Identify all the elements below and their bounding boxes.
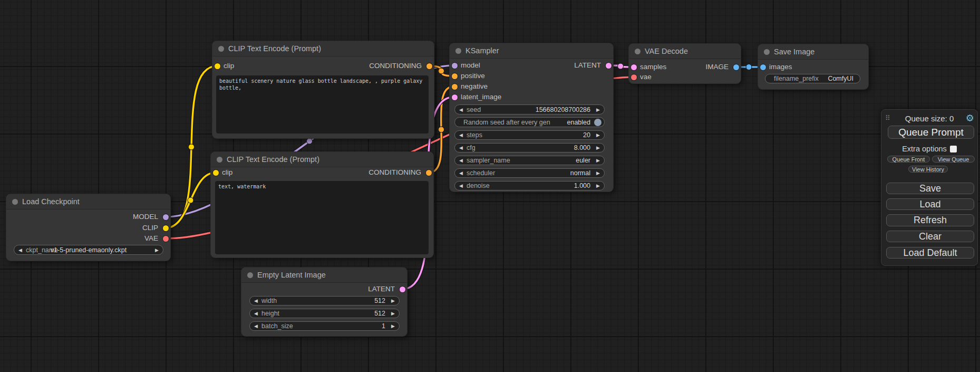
decrement-arrow-icon[interactable]: ◀ xyxy=(254,309,258,318)
toggle-indicator-icon[interactable] xyxy=(594,119,601,126)
decrement-arrow-icon[interactable]: ◀ xyxy=(254,322,258,330)
node-save-image[interactable]: Save Imageimagesfilename_prefixComfyUI xyxy=(758,44,868,89)
widget-batch_size[interactable]: ◀▶batch_size1 xyxy=(249,321,400,331)
widget-cfg[interactable]: ◀▶cfg8.000 xyxy=(454,143,605,152)
input-port-latent_image[interactable] xyxy=(452,94,458,100)
node-clip-text-encode-negative[interactable]: CLIP Text Encode (Prompt)clipCONDITIONIN… xyxy=(211,152,433,257)
widget-filename_prefix[interactable]: filename_prefixComfyUI xyxy=(765,74,860,83)
input-port-positive[interactable] xyxy=(452,73,458,79)
output-port-CONDITIONING[interactable] xyxy=(426,170,432,176)
link-center-dot-clip-to-negative-encode[interactable] xyxy=(188,197,193,203)
widget-seed[interactable]: ◀▶seed156680208700286 xyxy=(454,104,605,115)
input-port-clip[interactable] xyxy=(215,63,220,69)
input-port-label-clip: clip xyxy=(224,62,234,70)
link-center-dot-latent-to-decode[interactable] xyxy=(618,63,624,69)
node-title-bar[interactable]: CLIP Text Encode (Prompt) xyxy=(211,152,433,167)
increment-arrow-icon[interactable]: ▶ xyxy=(596,169,600,177)
collapse-dot-icon[interactable] xyxy=(217,157,222,163)
decrement-arrow-icon[interactable]: ◀ xyxy=(459,105,463,114)
node-empty-latent-image[interactable]: Empty Latent ImageLATENT◀▶width512◀▶heig… xyxy=(241,268,407,336)
link-center-dot-clip-to-positive-encode[interactable] xyxy=(189,144,195,150)
refresh-button[interactable]: Refresh xyxy=(886,214,974,226)
input-port-images[interactable] xyxy=(760,64,766,70)
increment-arrow-icon[interactable]: ▶ xyxy=(596,182,600,190)
increment-arrow-icon[interactable]: ▶ xyxy=(596,105,600,114)
input-port-model[interactable] xyxy=(452,63,458,69)
widget-ckpt_name[interactable]: ◀▶ckpt_namev1-5-pruned-emaonly.ckpt xyxy=(14,245,163,255)
decrement-arrow-icon[interactable]: ◀ xyxy=(459,131,463,139)
decrement-arrow-icon[interactable]: ◀ xyxy=(254,297,258,305)
save-button[interactable]: Save xyxy=(886,183,974,194)
widget-sampler_name[interactable]: ◀▶sampler_nameeuler xyxy=(454,156,605,165)
collapse-dot-icon[interactable] xyxy=(12,199,18,205)
collapse-dot-icon[interactable] xyxy=(218,46,224,52)
collapse-dot-icon[interactable] xyxy=(764,49,770,55)
increment-arrow-icon[interactable]: ▶ xyxy=(596,131,600,139)
increment-arrow-icon[interactable]: ▶ xyxy=(391,322,395,330)
collapse-dot-icon[interactable] xyxy=(247,272,253,278)
prompt-textarea[interactable]: text, watermark xyxy=(215,181,429,254)
output-port-MODEL[interactable] xyxy=(163,214,169,220)
widget-height[interactable]: ◀▶height512 xyxy=(249,309,400,318)
node-title-bar[interactable]: VAE Decode xyxy=(629,44,741,59)
input-port-negative[interactable] xyxy=(452,84,458,90)
node-title-bar[interactable]: Empty Latent Image xyxy=(241,268,407,283)
input-port-vae[interactable] xyxy=(631,74,637,80)
link-center-dot-conditioning-to-positive[interactable] xyxy=(439,68,444,74)
node-vae-decode[interactable]: VAE DecodesamplesvaeIMAGE xyxy=(629,44,741,83)
widget-value: 156680208700286 xyxy=(536,105,590,114)
increment-arrow-icon[interactable]: ▶ xyxy=(391,309,395,318)
output-port-IMAGE[interactable] xyxy=(733,64,739,70)
link-center-dot-image-to-save[interactable] xyxy=(746,64,752,70)
widget-label: sampler_name xyxy=(467,156,510,165)
link-center-dot-conditioning-to-negative[interactable] xyxy=(439,127,444,132)
node-title-bar[interactable]: Load Checkpoint xyxy=(6,194,170,209)
output-port-label-LATENT: LATENT xyxy=(368,285,395,293)
output-port-label-VAE: VAE xyxy=(144,235,158,242)
node-ksampler[interactable]: KSamplermodelpositivenegativelatent_imag… xyxy=(450,43,613,192)
decrement-arrow-icon[interactable]: ◀ xyxy=(459,144,463,152)
output-port-LATENT[interactable] xyxy=(606,63,612,69)
decrement-arrow-icon[interactable]: ◀ xyxy=(459,169,463,177)
extra-options-row: Extra options xyxy=(881,145,977,153)
input-port-samples[interactable] xyxy=(631,64,637,70)
collapse-dot-icon[interactable] xyxy=(455,48,461,54)
decrement-arrow-icon[interactable]: ◀ xyxy=(459,182,463,190)
widget-value: v1-5-pruned-emaonly.ckpt xyxy=(14,245,163,254)
increment-arrow-icon[interactable]: ▶ xyxy=(596,156,600,165)
widget-steps[interactable]: ◀▶steps20 xyxy=(454,130,605,140)
input-port-label-model: model xyxy=(461,62,480,69)
settings-gear-icon[interactable]: ⚙ xyxy=(966,113,974,123)
view-queue-button[interactable]: View Queue xyxy=(932,156,975,163)
input-port-clip[interactable] xyxy=(213,170,219,176)
output-port-CLIP[interactable] xyxy=(163,225,169,231)
node-load-checkpoint[interactable]: Load CheckpointMODELCLIPVAE◀▶ckpt_namev1… xyxy=(6,194,170,261)
graph-canvas[interactable]: Load CheckpointMODELCLIPVAE◀▶ckpt_namev1… xyxy=(0,0,980,372)
output-port-VAE[interactable] xyxy=(163,236,169,242)
output-port-label-CLIP: CLIP xyxy=(142,224,158,232)
extra-options-checkbox[interactable] xyxy=(950,146,957,152)
increment-arrow-icon[interactable]: ▶ xyxy=(391,297,395,305)
link-center-dot-model-to-ksampler[interactable] xyxy=(307,138,313,144)
load-button[interactable]: Load xyxy=(886,198,974,210)
queue-prompt-button[interactable]: Queue Prompt xyxy=(888,126,974,139)
widget-scheduler[interactable]: ◀▶schedulernormal xyxy=(454,168,605,178)
node-title-bar[interactable]: Save Image xyxy=(758,44,868,60)
widget-random-seed-toggle[interactable]: Random seed after every genenabled xyxy=(454,117,605,127)
node-title-bar[interactable]: KSampler xyxy=(450,43,613,59)
widget-denoise[interactable]: ◀▶denoise1.000 xyxy=(454,181,605,190)
collapse-dot-icon[interactable] xyxy=(635,49,641,54)
view-history-button[interactable]: View History xyxy=(908,166,948,173)
increment-arrow-icon[interactable]: ▶ xyxy=(596,144,600,152)
node-clip-text-encode-positive[interactable]: CLIP Text Encode (Prompt)clipCONDITIONIN… xyxy=(212,41,434,138)
widget-value: 8.000 xyxy=(574,144,590,152)
node-title-bar[interactable]: CLIP Text Encode (Prompt) xyxy=(212,41,434,56)
output-port-CONDITIONING[interactable] xyxy=(426,63,432,69)
load-default-button[interactable]: Load Default xyxy=(886,247,974,259)
clear-button[interactable]: Clear xyxy=(886,231,974,242)
prompt-textarea[interactable]: beautiful scenery nature glass bottle la… xyxy=(216,75,429,133)
decrement-arrow-icon[interactable]: ◀ xyxy=(459,156,463,165)
widget-width[interactable]: ◀▶width512 xyxy=(249,296,400,306)
output-port-LATENT[interactable] xyxy=(400,287,405,292)
queue-front-button[interactable]: Queue Front xyxy=(887,156,930,163)
